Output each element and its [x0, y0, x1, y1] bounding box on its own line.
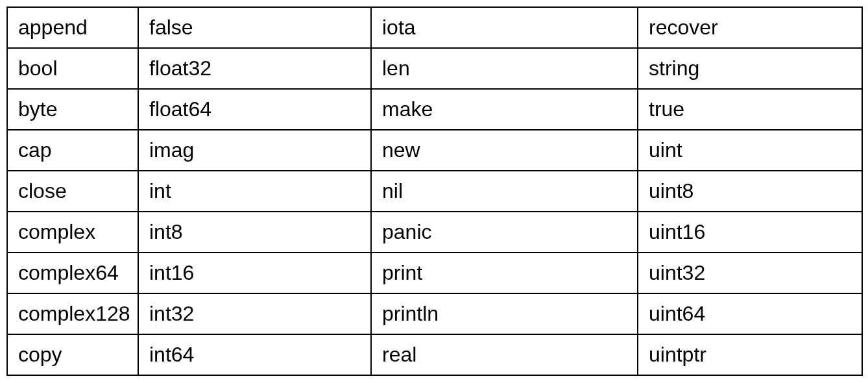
table-cell: int — [138, 171, 371, 212]
table-cell: append — [7, 7, 138, 48]
table-cell: recover — [638, 7, 862, 48]
table-cell: int16 — [138, 253, 371, 293]
table-cell: bool — [7, 48, 138, 89]
table-cell: false — [138, 7, 371, 48]
table-cell: complex128 — [7, 293, 138, 334]
table-cell: nil — [371, 171, 638, 212]
table-cell: panic — [371, 212, 638, 253]
table-cell: real — [371, 334, 638, 375]
table-cell: copy — [7, 334, 138, 375]
table-cell: iota — [371, 7, 638, 48]
table-cell: string — [638, 48, 862, 89]
table-row: complex64 int16 print uint32 — [7, 253, 862, 293]
table-cell: uint — [638, 130, 862, 171]
table-cell: byte — [7, 89, 138, 130]
table-cell: float32 — [138, 48, 371, 89]
table-cell: uint64 — [638, 293, 862, 334]
table-cell: int32 — [138, 293, 371, 334]
table-cell: uint32 — [638, 253, 862, 293]
table-cell: complex64 — [7, 253, 138, 293]
table-cell: make — [371, 89, 638, 130]
table-row: complex128 int32 println uint64 — [7, 293, 862, 334]
table-cell: close — [7, 171, 138, 212]
identifier-table: append false iota recover bool float32 l… — [6, 6, 863, 376]
table-cell: new — [371, 130, 638, 171]
table-row: bool float32 len string — [7, 48, 862, 89]
table-row: cap imag new uint — [7, 130, 862, 171]
table-cell: imag — [138, 130, 371, 171]
table-cell: uint8 — [638, 171, 862, 212]
table-cell: float64 — [138, 89, 371, 130]
table-cell: println — [371, 293, 638, 334]
table-row: append false iota recover — [7, 7, 862, 48]
table-row: copy int64 real uintptr — [7, 334, 862, 375]
table-cell: len — [371, 48, 638, 89]
table-cell: complex — [7, 212, 138, 253]
table-cell: print — [371, 253, 638, 293]
table-cell: cap — [7, 130, 138, 171]
table-cell: uint16 — [638, 212, 862, 253]
table-row: complex int8 panic uint16 — [7, 212, 862, 253]
table-cell: uintptr — [638, 334, 862, 375]
table-cell: int64 — [138, 334, 371, 375]
table-row: close int nil uint8 — [7, 171, 862, 212]
table-cell: true — [638, 89, 862, 130]
table-row: byte float64 make true — [7, 89, 862, 130]
table-cell: int8 — [138, 212, 371, 253]
